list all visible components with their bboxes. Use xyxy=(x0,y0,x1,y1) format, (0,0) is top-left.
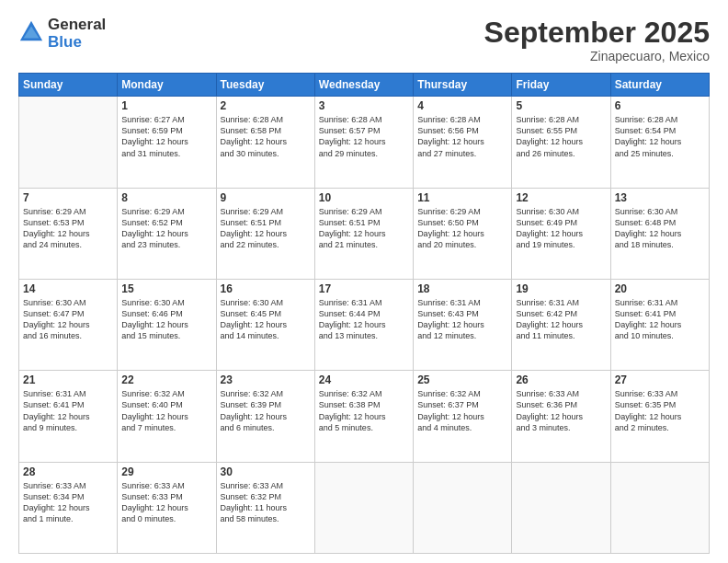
calendar-cell: 12Sunrise: 6:30 AM Sunset: 6:49 PM Dayli… xyxy=(512,188,610,279)
calendar-header-thursday: Thursday xyxy=(414,74,512,97)
day-number: 11 xyxy=(417,191,507,204)
cell-content: Sunrise: 6:30 AM Sunset: 6:45 PM Dayligh… xyxy=(221,297,311,342)
day-number: 21 xyxy=(23,373,113,386)
cell-content: Sunrise: 6:29 AM Sunset: 6:50 PM Dayligh… xyxy=(417,206,507,251)
day-number: 20 xyxy=(615,282,705,295)
cell-content: Sunrise: 6:32 AM Sunset: 6:39 PM Dayligh… xyxy=(221,388,311,433)
logo-icon xyxy=(18,19,44,45)
cell-content: Sunrise: 6:31 AM Sunset: 6:43 PM Dayligh… xyxy=(417,297,507,342)
logo-text: General Blue xyxy=(48,17,106,51)
cell-content: Sunrise: 6:29 AM Sunset: 6:51 PM Dayligh… xyxy=(319,206,409,251)
calendar-cell: 21Sunrise: 6:31 AM Sunset: 6:41 PM Dayli… xyxy=(19,371,118,462)
calendar-week-row: 1Sunrise: 6:27 AM Sunset: 6:59 PM Daylig… xyxy=(19,97,710,188)
calendar-week-row: 7Sunrise: 6:29 AM Sunset: 6:53 PM Daylig… xyxy=(19,188,710,279)
cell-content: Sunrise: 6:33 AM Sunset: 6:34 PM Dayligh… xyxy=(23,480,113,525)
calendar-cell: 7Sunrise: 6:29 AM Sunset: 6:53 PM Daylig… xyxy=(19,188,118,279)
calendar-week-row: 14Sunrise: 6:30 AM Sunset: 6:47 PM Dayli… xyxy=(19,279,710,370)
day-number: 13 xyxy=(615,191,705,204)
cell-content: Sunrise: 6:33 AM Sunset: 6:35 PM Dayligh… xyxy=(615,388,705,433)
day-number: 22 xyxy=(121,373,211,386)
day-number: 29 xyxy=(121,465,211,478)
calendar-cell: 24Sunrise: 6:32 AM Sunset: 6:38 PM Dayli… xyxy=(314,371,413,462)
calendar-cell: 26Sunrise: 6:33 AM Sunset: 6:36 PM Dayli… xyxy=(512,371,610,462)
calendar-cell: 10Sunrise: 6:29 AM Sunset: 6:51 PM Dayli… xyxy=(314,188,413,279)
day-number: 2 xyxy=(221,99,311,112)
calendar-week-row: 28Sunrise: 6:33 AM Sunset: 6:34 PM Dayli… xyxy=(19,462,710,553)
page: General Blue September 2025 Zinapecuaro,… xyxy=(0,0,728,563)
calendar-cell: 15Sunrise: 6:30 AM Sunset: 6:46 PM Dayli… xyxy=(118,279,216,370)
calendar-cell: 1Sunrise: 6:27 AM Sunset: 6:59 PM Daylig… xyxy=(118,97,216,188)
day-number: 26 xyxy=(516,373,606,386)
cell-content: Sunrise: 6:33 AM Sunset: 6:33 PM Dayligh… xyxy=(121,480,211,525)
calendar-cell: 20Sunrise: 6:31 AM Sunset: 6:41 PM Dayli… xyxy=(610,279,709,370)
calendar-header-tuesday: Tuesday xyxy=(216,74,314,97)
calendar-header-friday: Friday xyxy=(512,74,610,97)
calendar-cell xyxy=(414,462,512,553)
day-number: 14 xyxy=(23,282,113,295)
calendar-cell: 14Sunrise: 6:30 AM Sunset: 6:47 PM Dayli… xyxy=(19,279,118,370)
day-number: 27 xyxy=(615,373,705,386)
cell-content: Sunrise: 6:31 AM Sunset: 6:42 PM Dayligh… xyxy=(516,297,606,342)
cell-content: Sunrise: 6:32 AM Sunset: 6:37 PM Dayligh… xyxy=(417,388,507,433)
month-title: September 2025 xyxy=(484,17,710,49)
cell-content: Sunrise: 6:28 AM Sunset: 6:57 PM Dayligh… xyxy=(319,114,409,159)
cell-content: Sunrise: 6:28 AM Sunset: 6:55 PM Dayligh… xyxy=(516,114,606,159)
cell-content: Sunrise: 6:29 AM Sunset: 6:53 PM Dayligh… xyxy=(23,206,113,251)
day-number: 23 xyxy=(221,373,311,386)
location: Zinapecuaro, Mexico xyxy=(484,49,710,63)
calendar-cell: 28Sunrise: 6:33 AM Sunset: 6:34 PM Dayli… xyxy=(19,462,118,553)
calendar-cell: 11Sunrise: 6:29 AM Sunset: 6:50 PM Dayli… xyxy=(414,188,512,279)
day-number: 1 xyxy=(121,99,211,112)
calendar-cell: 23Sunrise: 6:32 AM Sunset: 6:39 PM Dayli… xyxy=(216,371,314,462)
day-number: 15 xyxy=(121,282,211,295)
title-area: September 2025 Zinapecuaro, Mexico xyxy=(484,17,710,63)
calendar-cell xyxy=(610,462,709,553)
logo-general-text: General xyxy=(48,17,106,34)
calendar-cell: 25Sunrise: 6:32 AM Sunset: 6:37 PM Dayli… xyxy=(414,371,512,462)
cell-content: Sunrise: 6:28 AM Sunset: 6:56 PM Dayligh… xyxy=(417,114,507,159)
day-number: 19 xyxy=(516,282,606,295)
calendar-cell: 8Sunrise: 6:29 AM Sunset: 6:52 PM Daylig… xyxy=(118,188,216,279)
logo: General Blue xyxy=(18,17,106,51)
calendar-cell: 13Sunrise: 6:30 AM Sunset: 6:48 PM Dayli… xyxy=(610,188,709,279)
calendar-cell: 5Sunrise: 6:28 AM Sunset: 6:55 PM Daylig… xyxy=(512,97,610,188)
calendar-cell: 27Sunrise: 6:33 AM Sunset: 6:35 PM Dayli… xyxy=(610,371,709,462)
day-number: 10 xyxy=(319,191,409,204)
day-number: 24 xyxy=(319,373,409,386)
calendar-cell: 3Sunrise: 6:28 AM Sunset: 6:57 PM Daylig… xyxy=(314,97,413,188)
cell-content: Sunrise: 6:30 AM Sunset: 6:48 PM Dayligh… xyxy=(615,206,705,251)
calendar-cell: 4Sunrise: 6:28 AM Sunset: 6:56 PM Daylig… xyxy=(414,97,512,188)
calendar-header-monday: Monday xyxy=(118,74,216,97)
calendar-cell: 29Sunrise: 6:33 AM Sunset: 6:33 PM Dayli… xyxy=(118,462,216,553)
day-number: 30 xyxy=(221,465,311,478)
cell-content: Sunrise: 6:32 AM Sunset: 6:38 PM Dayligh… xyxy=(319,388,409,433)
cell-content: Sunrise: 6:27 AM Sunset: 6:59 PM Dayligh… xyxy=(121,114,211,159)
calendar-cell: 9Sunrise: 6:29 AM Sunset: 6:51 PM Daylig… xyxy=(216,188,314,279)
cell-content: Sunrise: 6:31 AM Sunset: 6:41 PM Dayligh… xyxy=(615,297,705,342)
header: General Blue September 2025 Zinapecuaro,… xyxy=(18,17,710,63)
calendar-cell: 22Sunrise: 6:32 AM Sunset: 6:40 PM Dayli… xyxy=(118,371,216,462)
cell-content: Sunrise: 6:31 AM Sunset: 6:41 PM Dayligh… xyxy=(23,388,113,433)
cell-content: Sunrise: 6:29 AM Sunset: 6:52 PM Dayligh… xyxy=(121,206,211,251)
day-number: 6 xyxy=(615,99,705,112)
cell-content: Sunrise: 6:33 AM Sunset: 6:32 PM Dayligh… xyxy=(221,480,311,525)
calendar-cell: 30Sunrise: 6:33 AM Sunset: 6:32 PM Dayli… xyxy=(216,462,314,553)
calendar-table: SundayMondayTuesdayWednesdayThursdayFrid… xyxy=(18,73,710,554)
day-number: 12 xyxy=(516,191,606,204)
day-number: 17 xyxy=(319,282,409,295)
day-number: 7 xyxy=(23,191,113,204)
calendar-cell: 16Sunrise: 6:30 AM Sunset: 6:45 PM Dayli… xyxy=(216,279,314,370)
day-number: 18 xyxy=(417,282,507,295)
cell-content: Sunrise: 6:29 AM Sunset: 6:51 PM Dayligh… xyxy=(221,206,311,251)
day-number: 3 xyxy=(319,99,409,112)
calendar-cell: 17Sunrise: 6:31 AM Sunset: 6:44 PM Dayli… xyxy=(314,279,413,370)
calendar-cell: 2Sunrise: 6:28 AM Sunset: 6:58 PM Daylig… xyxy=(216,97,314,188)
cell-content: Sunrise: 6:30 AM Sunset: 6:49 PM Dayligh… xyxy=(516,206,606,251)
day-number: 4 xyxy=(417,99,507,112)
cell-content: Sunrise: 6:30 AM Sunset: 6:47 PM Dayligh… xyxy=(23,297,113,342)
day-number: 28 xyxy=(23,465,113,478)
calendar-week-row: 21Sunrise: 6:31 AM Sunset: 6:41 PM Dayli… xyxy=(19,371,710,462)
cell-content: Sunrise: 6:28 AM Sunset: 6:54 PM Dayligh… xyxy=(615,114,705,159)
cell-content: Sunrise: 6:30 AM Sunset: 6:46 PM Dayligh… xyxy=(121,297,211,342)
calendar-header-row: SundayMondayTuesdayWednesdayThursdayFrid… xyxy=(19,74,710,97)
